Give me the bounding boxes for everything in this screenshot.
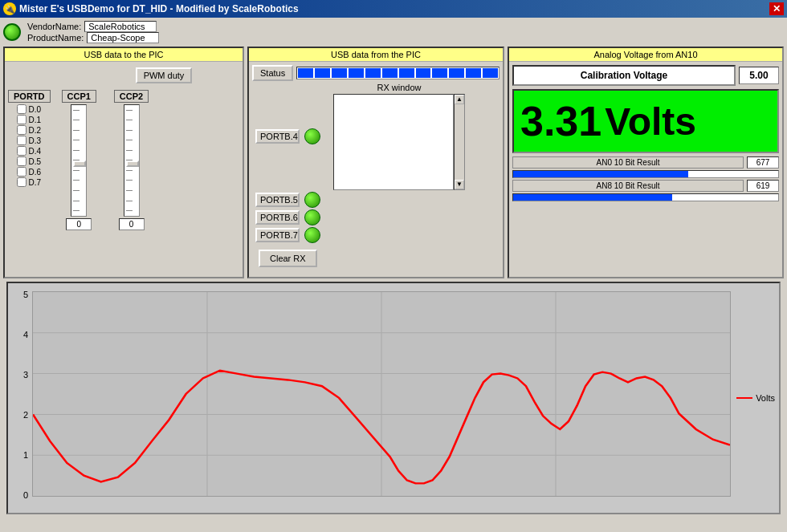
status-section: Status (249, 62, 503, 277)
calib-value: 5.00 (739, 67, 779, 84)
vendor-name-value: ScaleRobotics (84, 21, 157, 32)
ccp2-slider-track (124, 104, 140, 217)
an8-bar-fill (513, 194, 672, 201)
y-label-5: 5 (23, 290, 28, 299)
status-button[interactable]: Status (252, 65, 293, 81)
ccp2-value: 0 (119, 218, 145, 230)
voltage-number: 3.31 (520, 97, 601, 145)
panels-row: USB data to the PIC PWM duty PORTD D.0 (3, 47, 784, 278)
product-name-label: ProductName: (27, 33, 84, 43)
voltage-unit: Volts (605, 99, 696, 144)
panel-usb-left-header: USB data to the PIC (5, 48, 243, 62)
an0-bar-fill (513, 171, 688, 177)
rx-window-label: RX window (333, 83, 465, 92)
chart-area: 5 4 3 2 1 0 (6, 282, 781, 514)
portd-checkboxes: D.0 D.1 D.2 D.3 (17, 104, 41, 187)
portd-section: PORTD D.0 D.1 D.2 (5, 87, 243, 234)
portd-bit-3-checkbox[interactable] (17, 136, 27, 145)
vendor-name-label: VendorName: (27, 22, 81, 31)
portb4-label: PORTB.4 (255, 129, 300, 144)
an0-label: AN0 10 Bit Result (512, 156, 744, 169)
portd-bit-4: D.4 (17, 146, 41, 156)
portd-bit-5-checkbox[interactable] (17, 156, 27, 166)
analog-section: Calibration Voltage 5.00 3.31 Volts AN0 … (509, 62, 782, 206)
chart-legend: Volts (736, 393, 775, 403)
portd-bit-6-checkbox[interactable] (17, 167, 27, 177)
portb7-label: PORTB.7 (255, 228, 300, 242)
portd-bit-1-label: D.1 (28, 116, 41, 124)
y-axis-labels: 5 4 3 2 1 0 (8, 290, 31, 500)
portb6-led (304, 209, 320, 225)
scrollbar-down-arrow[interactable]: ▼ (455, 180, 464, 189)
ccp2-slider-container: 0 (119, 104, 145, 230)
portb7-led (304, 227, 320, 243)
an8-bar (512, 193, 779, 201)
clear-rx-container: Clear RX (255, 246, 496, 270)
scrollbar-up-arrow[interactable]: ▲ (455, 95, 464, 104)
panel-usb-right-header: USB data from the PIC (249, 48, 503, 62)
voltage-display: 3.31 Volts (512, 89, 779, 153)
pwm-duty-button[interactable]: PWM duty (136, 67, 193, 83)
rx-textarea[interactable] (333, 94, 454, 190)
portd-bit-2: D.2 (17, 125, 41, 135)
portd-bit-5-label: D.5 (28, 157, 41, 166)
ccp2-slider-thumb[interactable] (126, 160, 139, 167)
panel-usb-from-pic: USB data from the PIC Status (247, 47, 504, 278)
portd-bit-6-label: D.6 (28, 168, 41, 177)
y-label-0: 0 (23, 490, 28, 500)
an0-value: 677 (747, 156, 779, 169)
connection-led (3, 23, 21, 41)
an8-result-row: AN8 10 Bit Result 619 (512, 180, 779, 192)
an8-label: AN8 10 Bit Result (512, 180, 744, 192)
portd-bit-3: D.3 (17, 136, 41, 145)
main-content: VendorName: ScaleRobotics ProductName: C… (0, 18, 787, 532)
y-label-2: 2 (23, 410, 28, 420)
clear-rx-button[interactable]: Clear RX (259, 250, 317, 267)
portd-bit-0-label: D.0 (28, 105, 41, 114)
portd-bit-5: D.5 (17, 156, 41, 166)
calibration-row: Calibration Voltage 5.00 (512, 65, 779, 86)
legend-label: Volts (756, 393, 775, 403)
portd-bit-1-checkbox[interactable] (17, 115, 27, 124)
portd-bit-4-checkbox[interactable] (17, 146, 27, 156)
portd-bit-2-checkbox[interactable] (17, 125, 27, 135)
panel-usb-to-pic: USB data to the PIC PWM duty PORTD D.0 (3, 47, 244, 278)
portd-bit-7-checkbox[interactable] (17, 177, 27, 187)
panel-analog-header: Analog Voltage from AN10 (509, 48, 782, 62)
scrollbar-track (455, 104, 464, 180)
window-title: Mister E's USBDemo for DT_HID - Modified… (19, 3, 299, 14)
portd-label: PORTD (8, 90, 51, 103)
ccp1-value: 0 (66, 218, 92, 230)
portb5-led (304, 192, 320, 208)
title-bar: 🔌 Mister E's USBDemo for DT_HID - Modifi… (0, 0, 787, 18)
portd-bit-3-label: D.3 (28, 136, 41, 145)
ccp1-label: CCP1 (62, 90, 96, 103)
legend-line (736, 397, 752, 399)
rx-window-container: RX window ▲ ▼ (333, 83, 465, 190)
an0-bar (512, 170, 779, 178)
portd-bit-0-checkbox[interactable] (17, 104, 27, 114)
an0-result-row: AN0 10 Bit Result 677 (512, 156, 779, 169)
chart-inner (32, 291, 731, 497)
ccp2-group: CCP2 (114, 90, 149, 230)
status-row: Status (252, 65, 500, 81)
ccp1-slider-container: 0 (66, 104, 92, 230)
portd-bit-0: D.0 (17, 104, 41, 114)
portd-bit-7-label: D.7 (28, 178, 41, 187)
portd-bit-1: D.1 (17, 115, 41, 124)
rx-scrollbar[interactable]: ▲ ▼ (454, 94, 465, 190)
ccp1-group: CCP1 (62, 90, 96, 230)
y-label-3: 3 (23, 370, 28, 380)
vendor-info: VendorName: ScaleRobotics ProductName: C… (27, 21, 159, 43)
panel-analog: Analog Voltage from AN10 Calibration Vol… (508, 47, 784, 278)
portd-group: PORTD D.0 D.1 D.2 (8, 90, 51, 230)
rx-window-area: ▲ ▼ (333, 94, 465, 190)
portb6-row: PORTB.6 (255, 209, 496, 225)
y-label-1: 1 (23, 450, 28, 460)
portb4-row: PORTB.4 RX window ▲ ▼ (255, 83, 496, 190)
ccp2-label: CCP2 (114, 90, 149, 103)
close-button[interactable]: ✕ (769, 2, 784, 15)
chart-svg (33, 292, 730, 496)
ccp1-slider-thumb[interactable] (73, 160, 86, 167)
portb6-label: PORTB.6 (255, 210, 300, 225)
